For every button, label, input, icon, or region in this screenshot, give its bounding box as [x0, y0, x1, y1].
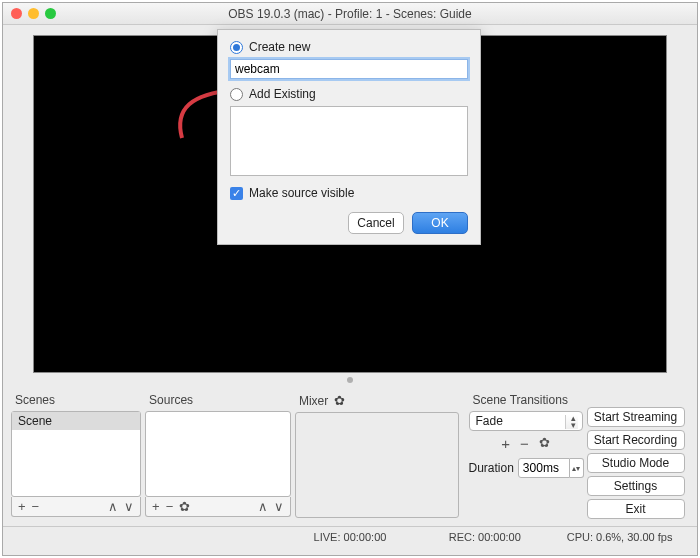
- start-streaming-button[interactable]: Start Streaming: [587, 407, 685, 427]
- select-arrows-icon: ▴▾: [571, 415, 576, 429]
- transition-selected-label: Fade: [476, 414, 503, 428]
- app-window: OBS 19.0.3 (mac) - Profile: 1 - Scenes: …: [2, 2, 698, 556]
- create-source-dialog: Create new Add Existing ✓ Make source vi…: [217, 29, 481, 245]
- scenes-toolbar: + − ∧ ∨: [11, 497, 141, 517]
- mixer-panel: Mixer ✿: [295, 391, 459, 522]
- traffic-lights: [11, 8, 56, 19]
- preview-resize-handle[interactable]: [347, 377, 353, 383]
- duration-label: Duration: [469, 461, 514, 475]
- mixer-header-label: Mixer: [299, 394, 328, 408]
- create-new-label: Create new: [249, 40, 310, 54]
- existing-sources-list[interactable]: [230, 106, 468, 176]
- ok-button[interactable]: OK: [412, 212, 468, 234]
- add-existing-radio[interactable]: [230, 88, 243, 101]
- status-bar: LIVE: 00:00:00 REC: 00:00:00 CPU: 0.6%, …: [3, 526, 697, 546]
- transition-add-button[interactable]: +: [501, 435, 510, 452]
- mixer-settings-icon[interactable]: ✿: [334, 393, 345, 408]
- minimize-icon[interactable]: [28, 8, 39, 19]
- transition-tools: + − ✿: [469, 435, 583, 452]
- scene-remove-button[interactable]: −: [32, 499, 40, 514]
- add-existing-label: Add Existing: [249, 87, 316, 101]
- scene-item[interactable]: Scene: [12, 412, 140, 430]
- duration-input[interactable]: [518, 458, 570, 478]
- source-add-button[interactable]: +: [152, 499, 160, 514]
- make-visible-row[interactable]: ✓ Make source visible: [230, 186, 468, 200]
- sources-list[interactable]: [145, 411, 291, 497]
- controls-panel: Start Streaming Start Recording Studio M…: [587, 391, 689, 522]
- zoom-icon[interactable]: [45, 8, 56, 19]
- scenes-header: Scenes: [11, 391, 141, 411]
- transitions-header: Scene Transitions: [469, 391, 583, 411]
- source-move-up-button[interactable]: ∧: [258, 499, 268, 514]
- duration-stepper[interactable]: ▴▾: [518, 458, 584, 478]
- make-visible-checkbox[interactable]: ✓: [230, 187, 243, 200]
- close-icon[interactable]: [11, 8, 22, 19]
- create-new-radio-row[interactable]: Create new: [230, 40, 468, 54]
- transitions-panel: Scene Transitions Fade ▴▾ + − ✿ Duration…: [463, 391, 583, 522]
- sources-toolbar: + − ✿ ∧ ∨: [145, 497, 291, 517]
- transition-settings-button[interactable]: ✿: [539, 435, 550, 452]
- duration-spin-arrows[interactable]: ▴▾: [570, 458, 584, 478]
- window-title: OBS 19.0.3 (mac) - Profile: 1 - Scenes: …: [3, 7, 697, 21]
- check-icon: ✓: [232, 188, 241, 199]
- mixer-header: Mixer ✿: [295, 391, 459, 412]
- status-cpu: CPU: 0.6%, 30.00 fps: [552, 531, 687, 543]
- source-settings-button[interactable]: ✿: [179, 499, 190, 514]
- add-existing-radio-row[interactable]: Add Existing: [230, 87, 468, 101]
- settings-button[interactable]: Settings: [587, 476, 685, 496]
- transition-select[interactable]: Fade ▴▾: [469, 411, 583, 431]
- source-move-down-button[interactable]: ∨: [274, 499, 284, 514]
- duration-row: Duration ▴▾: [469, 458, 583, 478]
- start-recording-button[interactable]: Start Recording: [587, 430, 685, 450]
- cancel-button[interactable]: Cancel: [348, 212, 404, 234]
- make-visible-label: Make source visible: [249, 186, 354, 200]
- scene-move-down-button[interactable]: ∨: [124, 499, 134, 514]
- scene-move-up-button[interactable]: ∧: [108, 499, 118, 514]
- studio-mode-button[interactable]: Studio Mode: [587, 453, 685, 473]
- sources-header: Sources: [145, 391, 291, 411]
- scenes-panel: Scenes Scene + − ∧ ∨: [11, 391, 141, 522]
- exit-button[interactable]: Exit: [587, 499, 685, 519]
- status-live: LIVE: 00:00:00: [283, 531, 418, 543]
- status-rec: REC: 00:00:00: [417, 531, 552, 543]
- source-remove-button[interactable]: −: [166, 499, 174, 514]
- source-name-input[interactable]: [230, 59, 468, 79]
- scene-add-button[interactable]: +: [18, 499, 26, 514]
- create-new-radio[interactable]: [230, 41, 243, 54]
- scenes-list[interactable]: Scene: [11, 411, 141, 497]
- bottom-panels: Scenes Scene + − ∧ ∨ Sources + − ✿ ∧ ∨: [3, 389, 697, 526]
- transition-remove-button[interactable]: −: [520, 435, 529, 452]
- titlebar: OBS 19.0.3 (mac) - Profile: 1 - Scenes: …: [3, 3, 697, 25]
- sources-panel: Sources + − ✿ ∧ ∨: [145, 391, 291, 522]
- mixer-box[interactable]: [295, 412, 459, 518]
